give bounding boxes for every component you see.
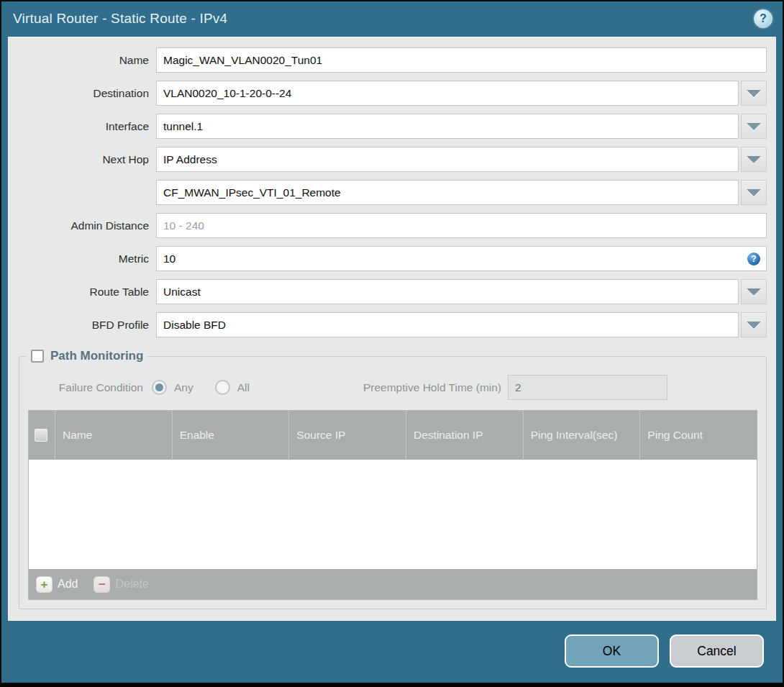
path-monitoring-section: Path Monitoring Failure Condition Any Al… <box>19 349 767 609</box>
column-header-name[interactable]: Name <box>55 411 172 460</box>
ok-button[interactable]: OK <box>565 634 659 668</box>
form-row-bfd-profile: BFD Profile <box>17 312 767 337</box>
destination-input[interactable] <box>156 81 739 106</box>
dialog-button-bar: OK Cancel <box>565 634 764 668</box>
name-label: Name <box>17 54 156 67</box>
radio-selected-icon <box>152 380 167 395</box>
next-hop-address-input[interactable] <box>156 180 739 205</box>
failure-condition-row: Failure Condition Any All Preemptive Hol… <box>28 375 757 400</box>
all-option-label: All <box>237 381 250 394</box>
table-body-empty <box>29 460 757 569</box>
failure-condition-all-option[interactable]: All <box>215 380 250 395</box>
admin-distance-input[interactable] <box>156 213 767 238</box>
metric-label: Metric <box>17 252 156 265</box>
path-monitoring-title: Path Monitoring <box>50 349 143 363</box>
table-footer-bar: + Add − Delete <box>29 569 757 599</box>
delete-button-label: Delete <box>115 578 148 591</box>
add-button[interactable]: + Add <box>36 576 78 593</box>
next-hop-label: Next Hop <box>17 153 156 166</box>
bfd-profile-label: BFD Profile <box>17 319 156 332</box>
failure-condition-any-option[interactable]: Any <box>152 380 193 395</box>
dialog-titlebar: Virtual Router - Static Route - IPv4 ? <box>1 1 783 36</box>
form-row-interface: Interface <box>17 114 767 139</box>
preemptive-hold-time-label: Preemptive Hold Time (min) <box>363 381 501 394</box>
static-route-dialog: Virtual Router - Static Route - IPv4 ? N… <box>0 0 784 687</box>
preemptive-hold-time-input[interactable] <box>508 375 667 400</box>
dialog-content: Name Destination Interface Next Hop <box>8 37 776 621</box>
any-option-label: Any <box>174 381 193 394</box>
chevron-down-icon <box>747 322 761 329</box>
help-icon[interactable]: ? <box>754 9 772 28</box>
form-row-name: Name <box>17 47 767 73</box>
form-row-next-hop-address <box>17 180 767 205</box>
form-row-route-table: Route Table <box>17 279 767 304</box>
form-row-destination: Destination <box>17 81 767 106</box>
chevron-down-icon <box>747 288 761 296</box>
next-hop-address-dropdown-button[interactable] <box>741 180 767 205</box>
chevron-down-icon <box>747 123 761 130</box>
chevron-down-icon <box>747 90 761 97</box>
path-monitoring-checkbox[interactable] <box>31 350 44 363</box>
failure-condition-label: Failure Condition <box>28 381 143 394</box>
radio-unselected-icon <box>215 380 230 395</box>
next-hop-type-input[interactable] <box>156 147 739 172</box>
destination-label: Destination <box>17 87 156 100</box>
route-table-dropdown-button[interactable] <box>741 279 767 304</box>
plus-icon: + <box>36 576 53 593</box>
delete-button[interactable]: − Delete <box>94 576 148 593</box>
minus-icon: − <box>94 576 110 593</box>
path-monitoring-table: Name Enable Source IP Destination IP Pin… <box>28 410 757 600</box>
destination-dropdown-button[interactable] <box>741 81 767 106</box>
name-input[interactable] <box>156 47 767 73</box>
column-header-ping-interval[interactable]: Ping Interval(sec) <box>523 411 640 460</box>
form-row-next-hop: Next Hop <box>17 147 767 172</box>
interface-input[interactable] <box>156 114 739 139</box>
route-table-label: Route Table <box>17 286 156 299</box>
column-header-ping-count[interactable]: Ping Count <box>639 411 757 460</box>
select-all-checkbox[interactable] <box>35 429 47 442</box>
bfd-profile-input[interactable] <box>156 312 739 337</box>
bfd-profile-dropdown-button[interactable] <box>741 312 767 337</box>
path-monitoring-legend: Path Monitoring <box>27 349 147 363</box>
add-button-label: Add <box>58 578 78 591</box>
metric-input[interactable] <box>156 246 767 271</box>
cancel-button[interactable]: Cancel <box>670 634 764 668</box>
chevron-down-icon <box>747 156 761 163</box>
table-header-row: Name Enable Source IP Destination IP Pin… <box>29 411 757 460</box>
next-hop-type-dropdown-button[interactable] <box>741 147 767 172</box>
interface-label: Interface <box>17 120 156 133</box>
dialog-title: Virtual Router - Static Route - IPv4 <box>13 11 227 27</box>
form-row-metric: Metric ? <box>17 246 767 271</box>
chevron-down-icon <box>747 189 761 196</box>
select-all-header-cell <box>29 411 55 460</box>
column-header-destination-ip[interactable]: Destination IP <box>406 411 523 460</box>
metric-help-icon[interactable]: ? <box>747 252 760 265</box>
column-header-enable[interactable]: Enable <box>172 411 289 460</box>
column-header-source-ip[interactable]: Source IP <box>288 411 406 460</box>
route-table-input[interactable] <box>156 279 739 304</box>
admin-distance-label: Admin Distance <box>17 219 156 232</box>
form-row-admin-distance: Admin Distance <box>17 213 767 238</box>
interface-dropdown-button[interactable] <box>741 114 767 139</box>
